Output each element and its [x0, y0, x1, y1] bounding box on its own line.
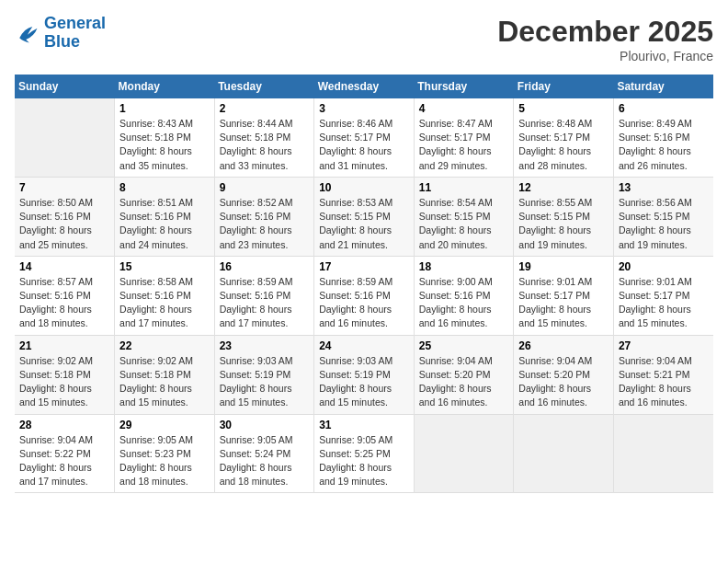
calendar-cell: 12Sunrise: 8:55 AMSunset: 5:15 PMDayligh… [514, 177, 614, 256]
col-header-wednesday: Wednesday [314, 75, 415, 98]
col-header-friday: Friday [514, 75, 614, 98]
day-number: 4 [419, 102, 509, 115]
day-number: 2 [220, 102, 310, 115]
page-header: General Blue December 2025 Plourivo, Fra… [15, 15, 713, 63]
day-info: Sunrise: 9:03 AMSunset: 5:19 PMDaylight:… [319, 354, 409, 410]
day-number: 7 [19, 181, 109, 194]
calendar-week-row: 1Sunrise: 8:43 AMSunset: 5:18 PMDaylight… [15, 98, 713, 177]
logo-icon [15, 20, 40, 46]
logo: General Blue [15, 15, 106, 52]
col-header-monday: Monday [115, 75, 215, 98]
day-number: 3 [319, 102, 409, 115]
day-info: Sunrise: 9:01 AMSunset: 5:17 PMDaylight:… [518, 275, 609, 331]
calendar-cell: 13Sunrise: 8:56 AMSunset: 5:15 PMDayligh… [613, 177, 713, 256]
day-info: Sunrise: 8:59 AMSunset: 5:16 PMDaylight:… [220, 275, 310, 331]
day-number: 19 [518, 260, 609, 273]
day-number: 22 [119, 339, 210, 352]
day-number: 16 [220, 260, 310, 273]
day-info: Sunrise: 9:04 AMSunset: 5:21 PMDaylight:… [619, 354, 709, 410]
calendar-header-row: SundayMondayTuesdayWednesdayThursdayFrid… [15, 75, 713, 98]
col-header-sunday: Sunday [15, 75, 115, 98]
day-number: 29 [119, 419, 210, 431]
day-number: 18 [419, 260, 509, 273]
logo-text: General Blue [44, 15, 106, 52]
calendar-cell [15, 98, 115, 177]
day-info: Sunrise: 9:03 AMSunset: 5:19 PMDaylight:… [220, 354, 310, 410]
day-info: Sunrise: 8:46 AMSunset: 5:17 PMDaylight:… [319, 117, 409, 173]
calendar-cell: 20Sunrise: 9:01 AMSunset: 5:17 PMDayligh… [613, 256, 713, 335]
day-info: Sunrise: 9:04 AMSunset: 5:20 PMDaylight:… [419, 354, 509, 410]
calendar-cell: 7Sunrise: 8:50 AMSunset: 5:16 PMDaylight… [15, 177, 115, 256]
calendar-cell: 24Sunrise: 9:03 AMSunset: 5:19 PMDayligh… [314, 335, 415, 414]
calendar-cell: 30Sunrise: 9:05 AMSunset: 5:24 PMDayligh… [214, 414, 314, 493]
day-number: 28 [19, 419, 109, 431]
calendar-cell [514, 414, 614, 493]
calendar-cell: 4Sunrise: 8:47 AMSunset: 5:17 PMDaylight… [414, 98, 514, 177]
day-info: Sunrise: 9:02 AMSunset: 5:18 PMDaylight:… [119, 354, 210, 410]
day-info: Sunrise: 9:01 AMSunset: 5:17 PMDaylight:… [619, 275, 709, 331]
day-number: 6 [619, 102, 709, 115]
title-block: December 2025 Plourivo, France [497, 15, 713, 63]
calendar-cell: 21Sunrise: 9:02 AMSunset: 5:18 PMDayligh… [15, 335, 115, 414]
day-info: Sunrise: 9:00 AMSunset: 5:16 PMDaylight:… [419, 275, 509, 331]
day-number: 25 [419, 339, 509, 352]
col-header-tuesday: Tuesday [214, 75, 314, 98]
calendar-cell: 31Sunrise: 9:05 AMSunset: 5:25 PMDayligh… [314, 414, 415, 493]
calendar-cell: 16Sunrise: 8:59 AMSunset: 5:16 PMDayligh… [214, 256, 314, 335]
day-number: 23 [220, 339, 310, 352]
day-info: Sunrise: 8:57 AMSunset: 5:16 PMDaylight:… [19, 275, 109, 331]
calendar-cell: 29Sunrise: 9:05 AMSunset: 5:23 PMDayligh… [115, 414, 215, 493]
day-number: 26 [518, 339, 609, 352]
day-number: 21 [19, 339, 109, 352]
calendar-week-row: 7Sunrise: 8:50 AMSunset: 5:16 PMDaylight… [15, 177, 713, 256]
day-number: 27 [619, 339, 709, 352]
calendar-cell: 5Sunrise: 8:48 AMSunset: 5:17 PMDaylight… [514, 98, 614, 177]
day-info: Sunrise: 9:04 AMSunset: 5:20 PMDaylight:… [518, 354, 609, 410]
calendar-cell: 6Sunrise: 8:49 AMSunset: 5:16 PMDaylight… [613, 98, 713, 177]
day-number: 11 [419, 181, 509, 194]
day-info: Sunrise: 8:48 AMSunset: 5:17 PMDaylight:… [518, 117, 609, 173]
calendar-cell: 11Sunrise: 8:54 AMSunset: 5:15 PMDayligh… [414, 177, 514, 256]
calendar-cell: 19Sunrise: 9:01 AMSunset: 5:17 PMDayligh… [514, 256, 614, 335]
day-number: 30 [220, 419, 310, 431]
calendar-cell: 25Sunrise: 9:04 AMSunset: 5:20 PMDayligh… [414, 335, 514, 414]
day-info: Sunrise: 8:54 AMSunset: 5:15 PMDaylight:… [419, 196, 509, 252]
month-title: December 2025 [497, 15, 713, 49]
day-info: Sunrise: 9:02 AMSunset: 5:18 PMDaylight:… [19, 354, 109, 410]
day-info: Sunrise: 8:58 AMSunset: 5:16 PMDaylight:… [119, 275, 210, 331]
calendar-cell: 17Sunrise: 8:59 AMSunset: 5:16 PMDayligh… [314, 256, 415, 335]
day-number: 24 [319, 339, 409, 352]
day-number: 1 [119, 102, 210, 115]
calendar-week-row: 21Sunrise: 9:02 AMSunset: 5:18 PMDayligh… [15, 335, 713, 414]
calendar-week-row: 28Sunrise: 9:04 AMSunset: 5:22 PMDayligh… [15, 414, 713, 493]
calendar-cell: 10Sunrise: 8:53 AMSunset: 5:15 PMDayligh… [314, 177, 415, 256]
day-info: Sunrise: 8:51 AMSunset: 5:16 PMDaylight:… [119, 196, 210, 252]
day-info: Sunrise: 9:05 AMSunset: 5:25 PMDaylight:… [319, 433, 409, 489]
day-number: 15 [119, 260, 210, 273]
calendar-cell: 18Sunrise: 9:00 AMSunset: 5:16 PMDayligh… [414, 256, 514, 335]
day-number: 13 [619, 181, 709, 194]
day-info: Sunrise: 8:55 AMSunset: 5:15 PMDaylight:… [518, 196, 609, 252]
day-info: Sunrise: 8:44 AMSunset: 5:18 PMDaylight:… [220, 117, 310, 173]
calendar-cell [414, 414, 514, 493]
day-number: 17 [319, 260, 409, 273]
calendar-cell: 27Sunrise: 9:04 AMSunset: 5:21 PMDayligh… [613, 335, 713, 414]
day-number: 10 [319, 181, 409, 194]
calendar-cell: 23Sunrise: 9:03 AMSunset: 5:19 PMDayligh… [214, 335, 314, 414]
day-info: Sunrise: 9:05 AMSunset: 5:24 PMDaylight:… [220, 433, 310, 489]
calendar-cell: 28Sunrise: 9:04 AMSunset: 5:22 PMDayligh… [15, 414, 115, 493]
day-number: 14 [19, 260, 109, 273]
day-info: Sunrise: 8:53 AMSunset: 5:15 PMDaylight:… [319, 196, 409, 252]
day-info: Sunrise: 8:49 AMSunset: 5:16 PMDaylight:… [619, 117, 709, 173]
day-info: Sunrise: 8:43 AMSunset: 5:18 PMDaylight:… [119, 117, 210, 173]
calendar-cell: 2Sunrise: 8:44 AMSunset: 5:18 PMDaylight… [214, 98, 314, 177]
day-info: Sunrise: 8:50 AMSunset: 5:16 PMDaylight:… [19, 196, 109, 252]
day-info: Sunrise: 8:52 AMSunset: 5:16 PMDaylight:… [220, 196, 310, 252]
day-info: Sunrise: 8:56 AMSunset: 5:15 PMDaylight:… [619, 196, 709, 252]
col-header-thursday: Thursday [414, 75, 514, 98]
day-info: Sunrise: 9:04 AMSunset: 5:22 PMDaylight:… [19, 433, 109, 489]
day-number: 20 [619, 260, 709, 273]
day-number: 31 [319, 419, 409, 431]
day-info: Sunrise: 9:05 AMSunset: 5:23 PMDaylight:… [119, 433, 210, 489]
calendar-cell: 3Sunrise: 8:46 AMSunset: 5:17 PMDaylight… [314, 98, 415, 177]
